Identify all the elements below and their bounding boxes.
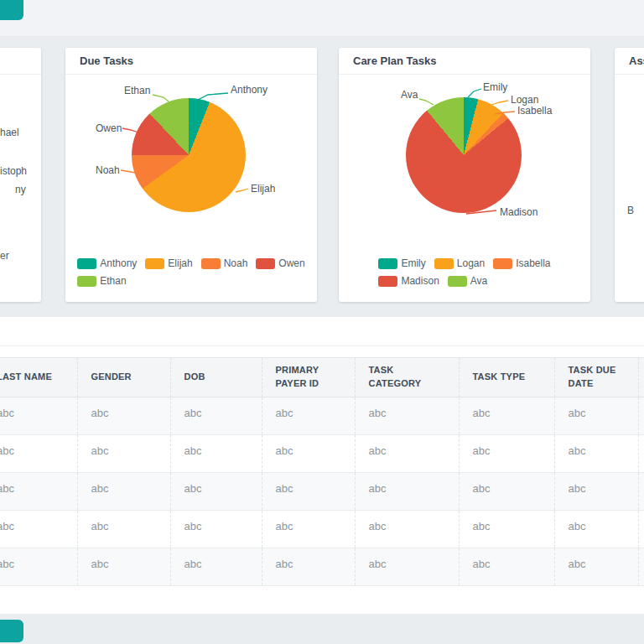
table-cell: abc: [554, 435, 638, 473]
table-row: abcabcabcabcabcabcabc: [0, 473, 644, 511]
legend-item[interactable]: Owen: [256, 257, 304, 269]
legend-chip: [378, 276, 397, 287]
legend-item[interactable]: Anthony: [77, 257, 137, 269]
column-header[interactable]: TASK TYPE: [459, 358, 554, 397]
care-plan-tasks-pie[interactable]: [406, 97, 522, 213]
table-cell: abc: [170, 548, 262, 586]
legend-item-label: Anthony: [100, 257, 137, 269]
pie-slice-label: istoph: [0, 165, 27, 177]
table-row: abcabcabcabcabcabcabc: [0, 435, 644, 473]
table-cell: abc: [262, 548, 355, 586]
table-cell: abc: [170, 511, 262, 548]
legend-item-label: Emily: [401, 257, 425, 269]
pie-slice-label: Ava: [401, 89, 418, 101]
table-cell: abc: [554, 548, 638, 586]
due-tasks-pie[interactable]: [132, 98, 246, 212]
due-tasks-chart: Ethan Anthony Owen Noah Elijah: [65, 75, 317, 247]
legend-chip: [201, 258, 221, 269]
right-partial-chart: B: [615, 75, 644, 247]
table-cell: abc: [77, 548, 170, 586]
column-header[interactable]: [638, 358, 644, 397]
table-row: abcabcabcabcabcabcabc: [0, 397, 644, 435]
table-cell: abc: [554, 511, 638, 548]
top-header-band: [0, 0, 644, 37]
legend-item-label: Noah: [224, 257, 248, 269]
legend-row: Ethan: [77, 275, 304, 287]
table-cell: abc: [0, 511, 77, 548]
card-title: Care Plan Tasks: [339, 48, 590, 75]
legend-item-label: Madison: [401, 275, 439, 287]
table-cell: abc: [554, 473, 638, 511]
table-cell: abc: [77, 397, 170, 435]
pie-slice-label: Madison: [500, 206, 538, 218]
corner-accent-button-bottom[interactable]: [0, 620, 23, 642]
table-row: abcabcabcabcabcabcabc: [0, 511, 644, 548]
legend-chip: [448, 276, 467, 287]
table-cell: abc: [459, 397, 554, 435]
table-head: LAST NAMEGENDERDOBPRIMARY PAYER IDTASK C…: [0, 358, 644, 397]
table-cell: abc: [77, 511, 170, 548]
legend-item[interactable]: Elijah: [145, 257, 192, 269]
legend-item[interactable]: Noah: [201, 257, 248, 269]
table-cell: abc: [262, 397, 355, 435]
tasks-table-section: LAST NAMEGENDERDOBPRIMARY PAYER IDTASK C…: [0, 317, 644, 614]
table-cell: abc: [0, 548, 77, 586]
table-cell: abc: [262, 511, 355, 548]
pie-slice-label: Ethan: [124, 85, 150, 96]
legend-item-label: er: [0, 250, 9, 262]
table-cell: abc: [355, 548, 459, 586]
pie-slice-label: Logan: [511, 94, 538, 106]
column-header[interactable]: TASK DUE DATE: [554, 358, 638, 397]
legend-item[interactable]: Logan: [434, 257, 485, 269]
table-body: abcabcabcabcabcabcabcabcabcabcabcabcabca…: [0, 397, 644, 586]
table-cell: abc: [0, 435, 77, 473]
column-header[interactable]: DOB: [170, 358, 262, 397]
legend-item[interactable]: Ethan: [77, 275, 126, 287]
pie-slice-label: ny: [15, 184, 26, 195]
column-header[interactable]: TASK CATEGORY: [355, 358, 459, 397]
pie-slice-label: Noah: [96, 164, 120, 176]
legend-item-label: Owen: [278, 257, 304, 269]
column-header[interactable]: GENDER: [77, 358, 170, 397]
table-cell: abc: [170, 435, 262, 473]
legend-chip: [493, 258, 512, 269]
legend-item-label: Elijah: [168, 257, 192, 269]
card-care-plan-tasks: Care Plan Tasks Ava Emily Logan Isabella…: [339, 48, 590, 302]
table-cell: [638, 511, 644, 548]
table-cell: abc: [355, 435, 459, 473]
legend-item[interactable]: Isabella: [493, 257, 550, 269]
legend-chip: [77, 258, 96, 269]
legend-chip: [256, 258, 275, 269]
table-cell: abc: [0, 473, 77, 511]
column-header[interactable]: LAST NAME: [0, 358, 77, 397]
column-header[interactable]: PRIMARY PAYER ID: [262, 358, 355, 397]
table-cell: [638, 548, 644, 586]
table-cell: abc: [459, 548, 554, 586]
pie-slice-label: B: [627, 205, 634, 216]
table-cell: abc: [0, 397, 77, 435]
legend-item[interactable]: Emily: [378, 257, 425, 269]
legend-item[interactable]: Madison: [378, 275, 439, 287]
corner-accent-button-top[interactable]: [0, 0, 23, 20]
legend-row: MadisonAva: [378, 275, 550, 287]
legend-item[interactable]: Ava: [448, 275, 487, 287]
table-cell: abc: [262, 473, 355, 511]
table-cell: abc: [554, 397, 638, 435]
section-divider: [0, 345, 644, 346]
pie-slice-label: Elijah: [251, 183, 275, 195]
card-due-tasks: Due Tasks Ethan Anthony Owen Noah Elijah…: [65, 48, 317, 302]
tasks-table: LAST NAMEGENDERDOBPRIMARY PAYER IDTASK C…: [0, 357, 644, 586]
legend-item-label: Isabella: [516, 257, 550, 269]
pie-slice-label: Isabella: [517, 105, 552, 117]
table-cell: abc: [170, 473, 262, 511]
card-title: [0, 48, 41, 75]
card-title: Ass: [615, 48, 644, 75]
pie-slice-label: Owen: [96, 122, 122, 134]
table-cell: abc: [77, 473, 170, 511]
table-cell: abc: [459, 511, 554, 548]
legend-chip: [145, 258, 164, 269]
due-tasks-legend: AnthonyElijahNoahOwenEthan: [77, 257, 304, 287]
table-cell: abc: [459, 435, 554, 473]
legend-row: AnthonyElijahNoahOwen: [77, 257, 304, 269]
table-cell: abc: [459, 473, 554, 511]
